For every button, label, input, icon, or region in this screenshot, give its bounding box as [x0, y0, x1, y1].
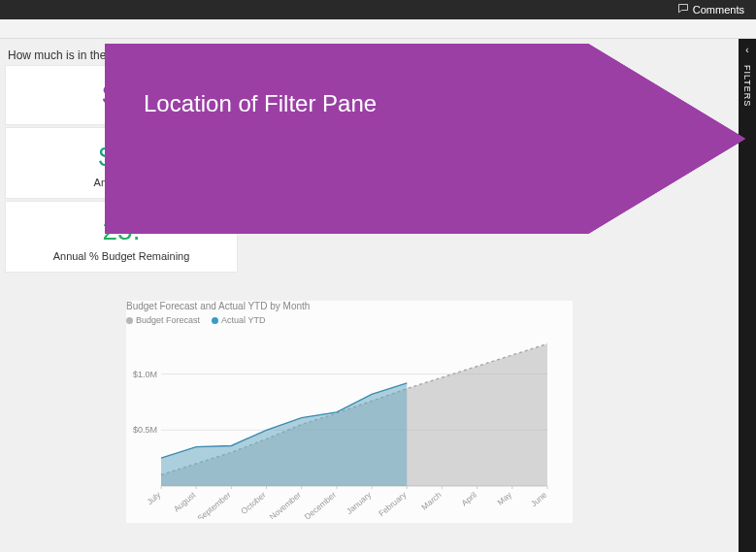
legend-label: Actual YTD	[221, 315, 265, 325]
legend-label: Budget Forecast	[136, 315, 200, 325]
comments-icon[interactable]	[677, 3, 689, 16]
report-canvas: How much is in the b $1. $30 Annual Bud …	[0, 39, 739, 552]
chart-title: Budget Forecast and Actual YTD by Month	[126, 301, 573, 311]
area-chart-visual[interactable]: Budget Forecast and Actual YTD by Month …	[126, 301, 573, 523]
comments-label[interactable]: Comments	[693, 4, 744, 16]
svg-text:July: July	[145, 489, 163, 506]
callout-text: Location of Filter Pane	[144, 90, 377, 117]
kpi-value: $30	[14, 142, 229, 173]
svg-text:April: April	[459, 490, 478, 508]
svg-text:March: March	[419, 490, 444, 512]
kpi-value: 25.	[14, 215, 229, 246]
legend-dot-budget	[126, 317, 133, 324]
kpi-card-pct[interactable]: 25. Annual % Budget Remaining	[6, 202, 237, 272]
kpi-label: Annual Bud	[14, 177, 229, 188]
legend-value: $0.5M	[481, 143, 509, 153]
filters-pane-label: FILTERS	[742, 65, 752, 107]
report-page: How much is in the b $1. $30 Annual Bud …	[0, 39, 756, 552]
question-text: How much is in the b	[6, 45, 739, 66]
legend-value: $0.4M	[470, 130, 497, 141]
svg-text:June: June	[529, 490, 549, 509]
area-chart-svg: $0.5M$1.0MJulyAugustSeptemberOctoberNove…	[126, 335, 553, 519]
kpi-card-budget[interactable]: $30 Annual Bud	[6, 128, 237, 198]
svg-text:$1.0M: $1.0M	[133, 370, 157, 379]
legend-dot-actual	[212, 317, 218, 324]
svg-text:September: September	[195, 490, 232, 519]
chart-legend: Budget Forecast Actual YTD	[126, 315, 573, 325]
ribbon-bar	[0, 19, 756, 39]
svg-marker-38	[524, 44, 745, 234]
legend-value: $0.5M	[481, 155, 509, 166]
donut-chart-legend: $0.4M $0.5M $0.5M $0.5M	[470, 128, 509, 200]
kpi-label: Annual % Budget Remaining	[14, 250, 229, 262]
svg-text:October: October	[239, 490, 268, 516]
swatch-blue	[470, 157, 477, 165]
svg-text:January: January	[345, 489, 374, 516]
chevron-left-icon: ‹	[745, 45, 748, 55]
svg-text:May: May	[495, 489, 513, 506]
svg-marker-33	[524, 44, 745, 234]
svg-text:August: August	[172, 489, 198, 513]
svg-text:November: November	[268, 490, 304, 519]
svg-text:$0.5M: $0.5M	[133, 425, 157, 435]
legend-value: $0.5M	[470, 187, 497, 198]
svg-text:December: December	[303, 490, 339, 519]
filters-pane-collapsed[interactable]: ‹ FILTERS	[739, 39, 756, 552]
svg-text:February: February	[377, 489, 409, 518]
app-topbar: Comments	[0, 0, 756, 19]
swatch-grey	[470, 145, 477, 152]
